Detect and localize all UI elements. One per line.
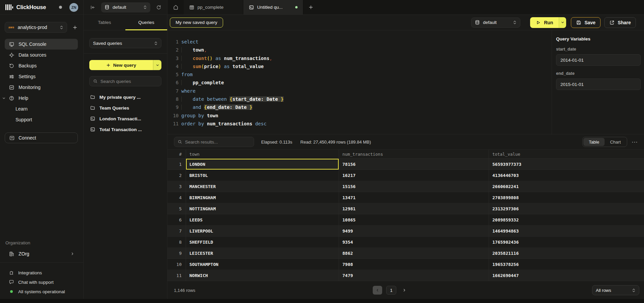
topbar-database-select[interactable]: default [101, 2, 150, 12]
sidebar-item-sql-console[interactable]: SQL Console [5, 39, 78, 50]
table-cell[interactable]: SOUTHAMPTON [186, 259, 339, 270]
table-cell[interactable]: MANCHESTER [186, 181, 339, 192]
code-line[interactable]: 9 and {end_date: Date } [167, 103, 552, 111]
run-options-dropdown[interactable] [559, 17, 566, 28]
table-cell[interactable]: 15156 [339, 181, 489, 192]
home-button[interactable] [167, 0, 184, 14]
table-cell[interactable]: 2035821116 [489, 248, 644, 259]
new-query-button[interactable]: New query [89, 60, 161, 70]
column-header-index[interactable]: # [167, 150, 186, 158]
tab-untitled-query[interactable]: Untitled qu... [243, 0, 303, 14]
sidebar-item-integrations[interactable]: Integrations [0, 268, 83, 277]
table-cell[interactable]: LEEDS [186, 214, 339, 225]
table-cell[interactable]: 1464994863 [489, 225, 644, 236]
chart-view-tab[interactable]: Chart [605, 138, 626, 146]
sql-editor[interactable]: 1select2 town,3 count() as num_transacti… [167, 30, 552, 134]
sidebar-item-settings[interactable]: Settings [5, 71, 78, 82]
saved-query-name-pill[interactable]: My new saved query [170, 18, 223, 28]
table-cell[interactable]: NOTTINGHAM [186, 203, 339, 214]
table-cell[interactable]: BRISTOL [186, 170, 339, 181]
query-folder-item[interactable]: My private query ... [89, 92, 161, 102]
search-queries-input[interactable] [100, 79, 160, 84]
column-header-town[interactable]: town [186, 150, 339, 158]
saved-query-item[interactable]: London Transacti... [89, 113, 161, 124]
table-cell[interactable]: 2703899808 [489, 192, 644, 203]
current-page[interactable]: 1 [386, 286, 396, 295]
tab-pp-complete[interactable]: pp_complete [184, 0, 243, 14]
previous-page-button[interactable] [373, 286, 382, 295]
new-tab-button[interactable] [303, 0, 318, 14]
table-cell[interactable]: BIRMINGHAM [186, 192, 339, 203]
share-button[interactable]: Share [604, 17, 636, 28]
sidebar-item-backups[interactable]: Backups [5, 60, 78, 71]
table-cell[interactable]: 1965378256 [489, 259, 644, 270]
table-cell[interactable]: LEICESTER [186, 248, 339, 259]
code-line[interactable]: 3 count() as num_transactions, [167, 54, 552, 62]
tab-tables[interactable]: Tables [84, 15, 125, 30]
table-cell[interactable]: 9499 [339, 225, 489, 236]
table-cell[interactable]: 9354 [339, 237, 489, 247]
sidebar-item-support[interactable]: Support [5, 114, 78, 125]
table-cell[interactable]: 2313297306 [489, 203, 644, 214]
table-cell[interactable]: 7908 [339, 259, 489, 270]
table-cell[interactable]: 12981 [339, 203, 489, 214]
start-date-input[interactable] [556, 54, 641, 66]
table-cell[interactable]: 4136446703 [489, 170, 644, 181]
next-page-button[interactable] [400, 286, 408, 295]
table-cell[interactable]: 10865 [339, 214, 489, 225]
code-line[interactable]: 5from [167, 70, 552, 79]
column-header-num-transactions[interactable]: num_transactions [339, 150, 489, 158]
column-header-total-value[interactable]: total_value [489, 150, 644, 158]
table-view-tab[interactable]: Table [583, 138, 605, 146]
add-service-button[interactable] [70, 22, 80, 32]
more-options-button[interactable]: ··· [632, 139, 638, 145]
sidebar-item-monitoring[interactable]: Monitoring [5, 82, 78, 93]
query-folder-item[interactable]: Team Queries [89, 102, 161, 113]
table-cell[interactable]: 1 [167, 159, 186, 170]
table-cell[interactable]: 56593977373 [489, 159, 644, 170]
refresh-button[interactable] [154, 3, 163, 12]
table-cell[interactable]: 8 [167, 237, 186, 247]
table-cell[interactable]: LONDON [186, 159, 339, 170]
table-cell[interactable]: LIVERPOOL [186, 225, 339, 236]
saved-query-item[interactable]: Total Transaction ... [89, 124, 161, 135]
table-cell[interactable]: 1662690447 [489, 270, 644, 281]
editor-database-select[interactable]: default [471, 18, 520, 28]
code-line[interactable]: 6 pp_complete [167, 79, 552, 87]
table-cell[interactable]: 4 [167, 192, 186, 203]
code-line[interactable]: 1select [167, 38, 552, 46]
search-results-input[interactable] [185, 140, 250, 145]
table-cell[interactable]: 7 [167, 225, 186, 236]
page-size-select[interactable]: All rows [592, 285, 639, 295]
code-line[interactable]: 11order by num_transactions desc [167, 120, 552, 128]
user-avatar[interactable]: ZN [69, 3, 78, 12]
sidebar-item-data-sources[interactable]: Data sources [5, 50, 78, 60]
table-cell[interactable]: 2660602241 [489, 181, 644, 192]
code-line[interactable]: 4 sum(price) as total_value [167, 62, 552, 70]
table-cell[interactable]: 11 [167, 270, 186, 281]
code-line[interactable]: 8 date between {start_date: Date } [167, 95, 552, 103]
table-cell[interactable]: NORWICH [186, 270, 339, 281]
table-cell[interactable]: 10 [167, 259, 186, 270]
table-cell[interactable]: 2089859332 [489, 214, 644, 225]
table-cell[interactable]: 6 [167, 214, 186, 225]
collapse-sidebar-button[interactable] [88, 3, 97, 12]
new-query-dropdown[interactable] [153, 60, 161, 70]
table-cell[interactable]: 3 [167, 181, 186, 192]
code-line[interactable]: 7where [167, 87, 552, 95]
table-cell[interactable]: SHEFFIELD [186, 237, 339, 247]
sidebar-item-system-status[interactable]: All systems operational [0, 287, 83, 296]
save-button[interactable]: Save [571, 17, 601, 28]
table-cell[interactable]: 7479 [339, 270, 489, 281]
table-cell[interactable]: 5 [167, 203, 186, 214]
organization-item[interactable]: ZOrg [5, 248, 78, 260]
connect-button[interactable]: Connect [5, 132, 78, 143]
saved-queries-select[interactable]: Saved queries [89, 38, 161, 48]
workspace-select[interactable]: aws analytics-prod [5, 22, 67, 33]
table-cell[interactable]: 1765902436 [489, 237, 644, 247]
end-date-input[interactable] [556, 79, 641, 90]
sidebar-item-help[interactable]: Help [5, 93, 78, 103]
tab-queries[interactable]: Queries [125, 15, 167, 30]
table-cell[interactable]: 16217 [339, 170, 489, 181]
sidebar-item-chat-support[interactable]: Chat with support [0, 277, 83, 287]
